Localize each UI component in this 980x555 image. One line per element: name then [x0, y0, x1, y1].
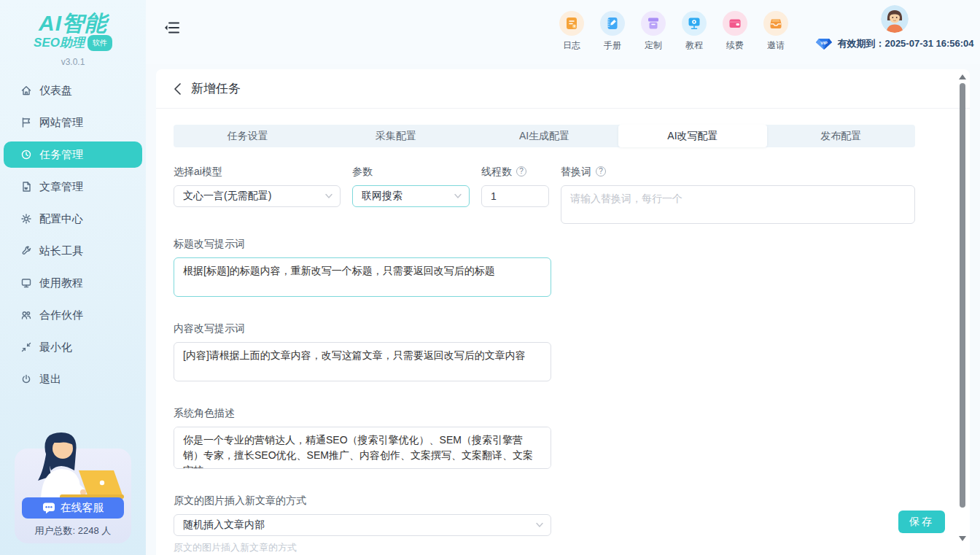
sidebar-item-minimize[interactable]: 最小化 — [4, 334, 142, 360]
chevron-down-icon — [454, 194, 462, 199]
params-label: 参数 — [352, 165, 470, 178]
vip-expiry-text: 有效期到：2025-07-31 16:56:04 — [837, 37, 973, 50]
online-support-button[interactable]: 在线客服 — [22, 497, 124, 519]
sidebar-item-tasks[interactable]: 任务管理 — [4, 141, 142, 168]
quick-link-invite[interactable]: 邀请 — [755, 11, 796, 52]
app-version: v3.0.1 — [0, 57, 146, 67]
tab-collection-config[interactable]: 采集配置 — [322, 125, 470, 147]
tutorial-icon — [20, 277, 32, 289]
sidebar-item-label: 网站管理 — [39, 116, 83, 130]
tab-publish-config[interactable]: 发布配置 — [767, 125, 915, 147]
scrollbar-down-arrow[interactable] — [959, 536, 966, 541]
image-insert-select[interactable]: 随机插入文章内部 — [174, 514, 551, 536]
svg-text:VIP: VIP — [821, 40, 828, 44]
params-select[interactable]: 联网搜索 — [352, 185, 470, 207]
sidebar-item-label: 使用教程 — [39, 276, 83, 290]
user-total-count: 用户总数: 2248 人 — [15, 524, 131, 537]
chevron-down-icon — [536, 523, 543, 528]
website-icon — [20, 117, 32, 128]
image-insert-value: 随机插入文章内部 — [183, 519, 265, 532]
sidebar: AI智能 SEO助理 软件 v3.0.1 仪表盘 网站管理 任务管理 文章管理 … — [0, 0, 146, 555]
sidebar-item-tutorials[interactable]: 使用教程 — [4, 270, 142, 296]
sidebar-item-partners[interactable]: 合作伙伴 — [4, 302, 142, 328]
partners-icon — [20, 309, 32, 321]
replace-words-textarea[interactable] — [561, 185, 915, 224]
articles-icon — [20, 181, 32, 193]
page-header: 新增任务 — [156, 69, 970, 109]
sidebar-item-dashboard[interactable]: 仪表盘 — [4, 77, 142, 104]
sidebar-item-label: 任务管理 — [39, 148, 83, 162]
quick-link-label: 手册 — [604, 39, 621, 52]
logout-icon — [20, 373, 32, 385]
ai-model-label: 选择ai模型 — [174, 165, 341, 178]
sidebar-item-label: 配置中心 — [39, 212, 83, 226]
quick-link-label: 邀请 — [767, 39, 785, 52]
quick-link-label: 续费 — [726, 39, 744, 52]
sidebar-collapse-icon[interactable] — [164, 20, 180, 35]
content-prompt-label: 内容改写提示词 — [174, 322, 551, 335]
title-prompt-textarea[interactable]: 根据[标题]的标题内容，重新改写一个标题，只需要返回改写后的标题 — [174, 257, 551, 297]
quick-link-logs[interactable]: 日志 — [551, 11, 592, 52]
header-quick-links: 日志 手册 定制 教程 — [551, 11, 796, 52]
quick-link-manual[interactable]: 手册 — [592, 11, 633, 52]
content-prompt-textarea[interactable]: [内容]请根据上面的文章内容，改写这篇文章，只需要返回改写后的文章内容 — [174, 342, 551, 381]
content-panel: 新增任务 任务设置 采集配置 AI生成配置 AI改写配置 发布配置 选择ai模型… — [156, 69, 970, 555]
params-value: 联网搜索 — [362, 190, 402, 203]
sidebar-item-label: 退出 — [39, 373, 61, 387]
rewrite-config-form: 选择ai模型 文心一言(无需配置) 参数 联网搜索 线程数 — [156, 165, 970, 554]
chat-bubble-icon — [42, 502, 55, 514]
threads-help-icon[interactable]: ? — [516, 166, 526, 176]
sidebar-item-label: 最小化 — [39, 341, 72, 354]
vip-gem-icon: VIP — [815, 38, 833, 50]
dashboard-icon — [20, 85, 32, 96]
ai-model-select[interactable]: 文心一言(无需配置) — [174, 185, 341, 207]
sidebar-item-label: 站长工具 — [39, 244, 83, 258]
sidebar-item-label: 仪表盘 — [39, 84, 72, 98]
minimize-icon — [20, 341, 32, 353]
logo-subtitle: SEO助理 — [34, 36, 85, 50]
replace-words-help-icon[interactable]: ? — [596, 166, 606, 176]
online-support-label: 在线客服 — [61, 501, 104, 515]
sidebar-item-label: 合作伙伴 — [39, 308, 83, 322]
chevron-down-icon — [325, 194, 332, 199]
vip-status: VIP 有效期到：2025-07-31 16:56:04 — [815, 37, 973, 50]
customer-service-card: 在线客服 用户总数: 2248 人 — [15, 449, 131, 543]
sidebar-item-webmaster-tools[interactable]: 站长工具 — [4, 238, 142, 264]
quick-link-course[interactable]: 教程 — [674, 11, 715, 52]
tab-ai-generation-config[interactable]: AI生成配置 — [470, 125, 618, 147]
save-button[interactable]: 保存 — [898, 511, 945, 533]
customize-icon — [641, 11, 666, 36]
threads-input[interactable] — [481, 185, 549, 207]
app-logo: AI智能 SEO助理 软件 — [0, 0, 146, 51]
quick-link-renew[interactable]: 续费 — [715, 11, 755, 52]
quick-link-label: 定制 — [645, 39, 662, 52]
system-role-textarea[interactable]: 你是一个专业的营销达人，精通SEO（搜索引擎优化）、SEM（搜索引擎营销）专家，… — [174, 427, 551, 469]
sidebar-item-articles[interactable]: 文章管理 — [4, 174, 142, 200]
ai-model-value: 文心一言(无需配置) — [183, 190, 271, 203]
page-title: 新增任务 — [191, 80, 241, 97]
top-header: 日志 手册 定制 教程 — [146, 0, 980, 64]
avatar[interactable] — [881, 5, 909, 33]
vertical-scrollbar — [958, 71, 967, 554]
tools-icon — [20, 245, 32, 257]
back-chevron-icon[interactable] — [174, 82, 182, 96]
tab-ai-rewrite-config[interactable]: AI改写配置 — [618, 125, 766, 147]
tab-task-settings[interactable]: 任务设置 — [174, 125, 322, 147]
threads-label: 线程数 — [481, 165, 512, 178]
main-area: 日志 手册 定制 教程 — [146, 0, 980, 555]
tasks-icon — [20, 149, 32, 160]
quick-link-label: 教程 — [685, 39, 703, 52]
quick-link-customize[interactable]: 定制 — [633, 11, 674, 52]
user-block: VIP 有效期到：2025-07-31 16:56:04 — [815, 5, 974, 50]
sidebar-item-config[interactable]: 配置中心 — [4, 206, 142, 232]
sidebar-item-logout[interactable]: 退出 — [4, 366, 142, 392]
sidebar-item-label: 文章管理 — [39, 180, 83, 194]
scrollbar-up-arrow[interactable] — [959, 74, 966, 79]
image-insert-label: 原文的图片插入新文章的方式 — [174, 494, 312, 507]
renew-icon — [723, 11, 747, 36]
image-insert-helper-text: 原文的图片插入新文章的方式 — [174, 541, 551, 554]
logo-badge: 软件 — [88, 35, 112, 51]
log-icon — [559, 11, 584, 36]
scrollbar-thumb[interactable] — [960, 83, 965, 508]
sidebar-item-websites[interactable]: 网站管理 — [4, 109, 142, 136]
